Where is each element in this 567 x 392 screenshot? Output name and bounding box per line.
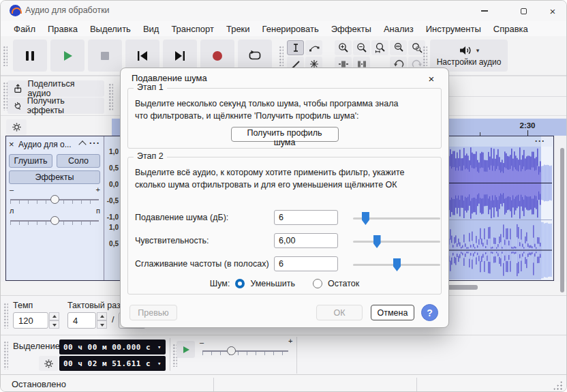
toolbar-grip[interactable]	[279, 46, 284, 66]
nr-slider-thumb[interactable]	[393, 258, 401, 271]
close-button[interactable]: ×	[538, 1, 567, 21]
minimize-button[interactable]	[470, 1, 500, 21]
get-effects-label: Получить эффекты	[27, 96, 97, 115]
toolbar-grip[interactable]	[3, 46, 7, 66]
zoom-out-button[interactable]	[353, 40, 370, 55]
track-menu-button[interactable]: ···	[89, 138, 100, 148]
selection-start-field[interactable]: 00 ч 00 м 00.000 с ▾	[59, 340, 166, 355]
toolbar-grip[interactable]	[3, 303, 8, 329]
tempo-value[interactable]: 120	[13, 312, 48, 329]
menu-item-7[interactable]: Генерировать	[256, 24, 325, 34]
collapse-track-icon[interactable]	[78, 140, 86, 148]
menu-item-8[interactable]: Эффекты	[325, 24, 378, 34]
pan-slider-thumb[interactable]	[50, 216, 59, 225]
zoom-selection-button[interactable]	[371, 40, 388, 55]
timesig-upper[interactable]: 4	[67, 312, 96, 329]
step-up-icon[interactable]	[49, 312, 59, 320]
zoom-in-button[interactable]	[335, 40, 352, 55]
record-button[interactable]	[200, 40, 234, 72]
cancel-button[interactable]: Отмена	[371, 305, 414, 320]
menu-item-11[interactable]: Справка	[487, 24, 534, 34]
pause-button[interactable]	[13, 40, 47, 72]
step-down-icon[interactable]	[49, 320, 59, 329]
step-up-icon[interactable]	[97, 312, 107, 320]
menu-item-2[interactable]: Правка	[42, 24, 84, 34]
help-button[interactable]: ?	[421, 304, 438, 321]
nr-param-input[interactable]	[274, 210, 338, 225]
get-noise-profile-button[interactable]: Получить профиль шума	[231, 127, 339, 142]
selection-tool-button[interactable]	[287, 40, 304, 55]
maximize-button[interactable]	[508, 1, 538, 21]
audio-setup-label: Настройки аудио	[437, 57, 502, 67]
toolbar-grip[interactable]	[108, 83, 113, 110]
nr-slider-thumb[interactable]	[362, 212, 369, 225]
menu-item-1[interactable]: Файл	[7, 24, 42, 34]
loop-button[interactable]	[238, 40, 272, 72]
radio-residue-label[interactable]: Остаток	[328, 279, 359, 288]
audio-setup-button[interactable]: ▾ Настройки аудио	[430, 40, 508, 72]
preview-button[interactable]: Превью	[129, 305, 177, 320]
get-effects-button[interactable]: Получить эффекты	[7, 97, 104, 114]
track-effects-button[interactable]: Эффекты	[9, 170, 100, 184]
resize-grip[interactable]	[553, 380, 562, 390]
nr-param-slider[interactable]	[353, 232, 440, 250]
skip-to-end-button[interactable]	[163, 40, 197, 72]
nr-param-slider[interactable]	[353, 256, 440, 273]
nr-param-input[interactable]	[274, 256, 338, 271]
radio-reduce[interactable]	[235, 279, 245, 288]
menu-item-3[interactable]: Выделить	[84, 24, 137, 34]
gain-slider-thumb[interactable]	[50, 195, 59, 204]
radio-residue[interactable]	[313, 279, 322, 288]
menu-item-9[interactable]: Анализ	[378, 24, 420, 34]
nr-slider-thumb[interactable]	[373, 235, 381, 248]
dialog-close-button[interactable]: ×	[421, 71, 442, 87]
vertical-scrollbar-thumb[interactable]	[560, 148, 564, 292]
ok-button[interactable]: ОК	[316, 305, 363, 320]
timesig-stepper[interactable]	[97, 312, 107, 329]
scale-label: 0,5	[109, 165, 119, 172]
play-at-speed-button[interactable]	[177, 341, 195, 358]
step-down-icon[interactable]	[97, 320, 107, 329]
tempo-stepper[interactable]	[49, 312, 59, 329]
play-speed-thumb[interactable]	[227, 346, 236, 355]
menu-item-4[interactable]: Вид	[137, 24, 166, 34]
nr-param-label: Сглаживание частоты (в полосах)	[135, 259, 269, 269]
menu-item-6[interactable]: Треки	[220, 24, 256, 34]
track-close-button[interactable]: ×	[9, 139, 14, 149]
menu-item-5[interactable]: Транспорт	[165, 24, 220, 34]
scale-label: 1,0	[109, 224, 119, 231]
clip-menu-button[interactable]: ···	[535, 136, 545, 146]
track-control-panel: × Аудио для о... ··· Глушить Соло Эффект…	[6, 136, 104, 280]
toolbar-grip[interactable]	[3, 341, 8, 370]
skip-to-start-button[interactable]	[125, 40, 159, 72]
pan-slider[interactable]	[10, 217, 99, 225]
scale-label: -1,0	[107, 214, 119, 221]
nr-param-input[interactable]	[274, 233, 338, 248]
fit-project-button[interactable]	[390, 40, 407, 55]
solo-button[interactable]: Соло	[57, 154, 100, 168]
step1-text-line2: что фильтровать, и щёлкните 'Получить пр…	[135, 110, 434, 122]
share-audio-button[interactable]: Поделиться аудио	[7, 80, 104, 97]
nr-param-slider[interactable]	[353, 209, 440, 227]
envelope-tool-button[interactable]	[305, 40, 322, 55]
gain-slider[interactable]	[10, 196, 99, 204]
timeline-options-button[interactable]	[6, 119, 27, 135]
nr-param-label: Подавление шума (дБ):	[135, 213, 228, 222]
title-bar: Аудио для обработки ×	[1, 1, 567, 21]
vertical-scale-ruler[interactable]: 1,00,50,0-0,5-1,01,00,5	[104, 136, 121, 280]
radio-reduce-label[interactable]: Уменьшить	[250, 279, 295, 288]
menu-item-10[interactable]: Инструменты	[420, 24, 487, 34]
dropdown-icon: ▾	[157, 344, 162, 350]
play-button[interactable]	[50, 40, 85, 72]
play-speed-slider[interactable]	[202, 347, 288, 355]
toolbar-grip[interactable]	[3, 82, 7, 110]
mute-button[interactable]: Глушить	[9, 154, 52, 168]
plug-icon	[13, 100, 22, 111]
selection-options-button[interactable]	[39, 356, 58, 371]
track-name[interactable]: Аудио для о...	[18, 140, 77, 149]
stop-button[interactable]	[88, 40, 122, 72]
status-bar: Остановлено	[1, 374, 567, 392]
selection-end-field[interactable]: 00 ч 02 м 51.611 с ▾	[59, 356, 166, 371]
toolbar-grip[interactable]	[423, 46, 427, 66]
step1-text-line1: Выделите несколько секунд только шума, ч…	[135, 97, 434, 110]
